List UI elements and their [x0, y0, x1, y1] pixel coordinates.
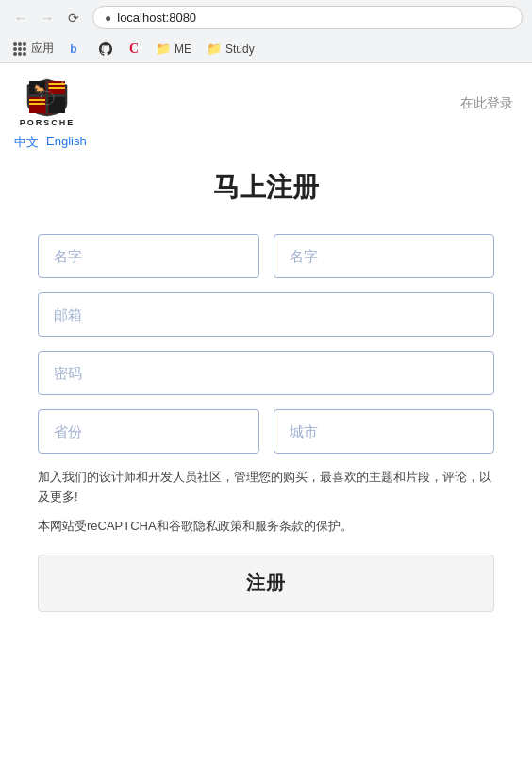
bookmarks-bar: 应用 b  C 📁 ME 📁 Study [0, 35, 532, 62]
porsche-logo: 🐎 ® PORSCHE [14, 77, 80, 129]
forward-button[interactable]: → [36, 7, 58, 29]
chinese-lang-link[interactable]: 中文 [14, 134, 39, 151]
description-text: 加入我们的设计师和开发人员社区，管理您的购买，最喜欢的主题和片段，评论，以及更多… [38, 468, 494, 507]
nav-buttons: ← → ⟳ [9, 7, 85, 29]
email-group [38, 292, 494, 337]
location-row [38, 409, 494, 454]
language-links: 中文 English [14, 134, 518, 151]
back-button[interactable]: ← [9, 7, 32, 29]
lock-icon: ● [105, 11, 111, 25]
bookmark-b[interactable]: b [61, 41, 86, 58]
password-group [38, 351, 494, 395]
browser-chrome: ← → ⟳ ● localhost:8080 应用 b [0, 0, 532, 63]
english-lang-link[interactable]: English [46, 134, 87, 151]
browser-toolbar: ← → ⟳ ● localhost:8080 [0, 0, 532, 35]
recaptcha-text: 本网站受reCAPTCHA和谷歌隐私政策和服务条款的保护。 [38, 517, 494, 537]
page-content: 🐎 ® PORSCHE 在此登录 中文 English 马上注册 [0, 63, 532, 761]
svg-rect-5 [49, 87, 66, 89]
password-input[interactable] [38, 351, 494, 395]
registration-form: 加入我们的设计师和开发人员社区，管理您的购买，最喜欢的主题和片段，评论，以及更多… [38, 234, 494, 612]
apps-grid-icon [13, 42, 26, 56]
c-favicon: C [127, 42, 141, 56]
github-icon [99, 42, 112, 56]
bookmark-study[interactable]: 📁 Study [201, 40, 260, 58]
me-folder-icon: 📁 [156, 41, 171, 56]
apps-bookmark[interactable]: 应用 [9, 39, 58, 58]
reload-button[interactable]: ⟳ [62, 7, 85, 29]
page-header: 🐎 ® PORSCHE 在此登录 [0, 63, 532, 134]
bookmark-me[interactable]: 📁 ME [150, 40, 197, 58]
submit-button[interactable]: 注册 [38, 555, 494, 612]
apps-label: 应用 [31, 41, 54, 57]
address-bar[interactable]: ● localhost:8080 [92, 6, 523, 29]
city-input[interactable] [274, 409, 495, 454]
svg-rect-7 [29, 99, 45, 101]
study-label: Study [225, 42, 255, 56]
province-input[interactable] [38, 409, 259, 454]
svg-text:®: ® [61, 80, 64, 85]
study-folder-icon: 📁 [207, 41, 222, 56]
svg-rect-1 [46, 81, 49, 114]
name-row [38, 234, 494, 278]
language-bar: 中文 English [0, 134, 532, 160]
main-form-area: 马上注册 加入我们的设计师和开发人员社区，管理您的购买，最喜欢的主题和片段，评 [0, 160, 532, 631]
login-link[interactable]: 在此登录 [460, 95, 513, 112]
bookmark-c[interactable]: C [122, 41, 146, 58]
me-label: ME [175, 42, 191, 56]
porsche-wordmark: PORSCHE [20, 118, 75, 127]
svg-text:🐎: 🐎 [34, 83, 46, 95]
url-display: localhost:8080 [117, 10, 196, 25]
page-title: 马上注册 [38, 170, 494, 206]
b-favicon: b [67, 42, 80, 56]
porsche-crest-icon: 🐎 ® [24, 77, 71, 117]
svg-rect-9 [49, 97, 66, 113]
first-name-input[interactable] [38, 234, 259, 278]
last-name-input[interactable] [274, 234, 495, 278]
email-input[interactable] [38, 292, 494, 337]
bookmark-github[interactable]:  [90, 41, 118, 58]
